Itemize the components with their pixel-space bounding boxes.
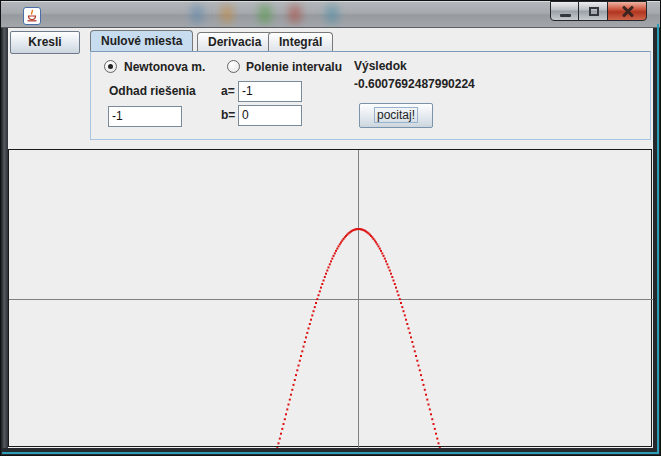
radio-polenie[interactable] xyxy=(227,60,240,73)
close-button[interactable] xyxy=(607,1,647,21)
a-label: a= xyxy=(221,84,235,98)
blurred-desktop-blob xyxy=(191,5,203,23)
window-accent-right xyxy=(657,24,659,454)
maximize-icon xyxy=(589,7,599,16)
blurred-desktop-blob xyxy=(259,5,271,23)
blurred-desktop-blob xyxy=(221,5,233,23)
minimize-button[interactable] xyxy=(550,1,579,21)
java-coffee-cup-icon xyxy=(24,8,40,24)
b-field[interactable]: 0 xyxy=(238,105,302,126)
content-area: Kresli Nulové miesta Derivacia Integrál … xyxy=(8,28,653,448)
plot-area xyxy=(8,149,652,447)
vysledok-value: -0.6007692487990224 xyxy=(354,77,475,91)
radio-selected-dot xyxy=(108,64,113,69)
java-app-icon[interactable] xyxy=(23,7,41,25)
a-field[interactable]: -1 xyxy=(238,81,302,102)
blurred-desktop-blob xyxy=(289,5,301,23)
kresli-button[interactable]: Kresli xyxy=(10,31,80,54)
function-curve xyxy=(9,150,653,448)
tab-nulove-miesta[interactable]: Nulové miesta xyxy=(90,30,193,51)
b-label: b= xyxy=(221,108,235,122)
radio-newtonova[interactable] xyxy=(104,60,117,73)
pocitaj-button[interactable]: pocitaj! xyxy=(359,103,433,128)
tab-integral[interactable]: Integrál xyxy=(268,32,333,51)
nulove-miesta-panel: Newtonova m. Polenie intervalu Výsledok … xyxy=(90,51,651,140)
odhad-riesenia-label: Odhad riešenia xyxy=(109,84,196,98)
radio-polenie-label[interactable]: Polenie intervalu xyxy=(246,60,342,74)
maximize-button[interactable] xyxy=(578,1,608,21)
blurred-desktop-blob xyxy=(326,5,338,23)
radio-newtonova-label[interactable]: Newtonova m. xyxy=(124,60,205,74)
window-border-left xyxy=(1,28,8,448)
window-accent-bottom xyxy=(2,452,659,454)
odhad-riesenia-field[interactable]: -1 xyxy=(108,106,182,127)
app-window: Kresli Nulové miesta Derivacia Integrál … xyxy=(0,0,661,456)
pocitaj-button-label: pocitaj! xyxy=(375,108,417,122)
vysledok-label: Výsledok xyxy=(354,59,407,73)
minimize-icon xyxy=(560,14,571,17)
title-bar[interactable] xyxy=(1,1,660,28)
tab-derivacia[interactable]: Derivacia xyxy=(197,32,272,51)
